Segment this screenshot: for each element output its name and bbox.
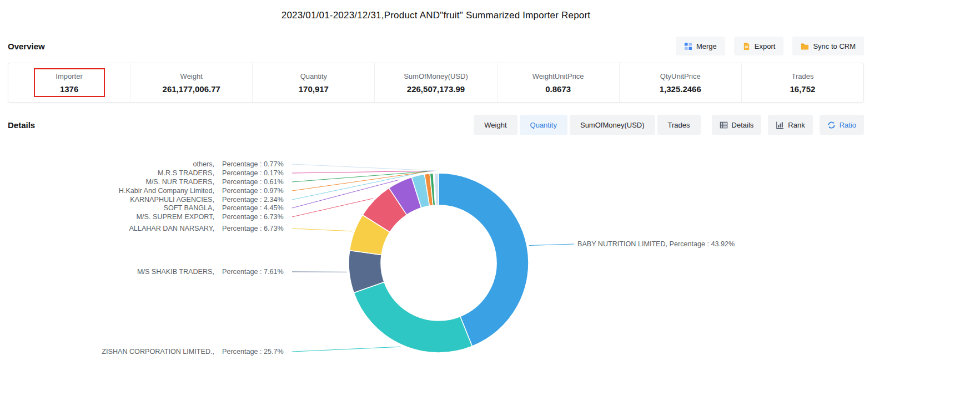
pie-slice-zishan-corporation-limited[interactable]: [354, 282, 472, 353]
action-button-export[interactable]: Export: [734, 37, 784, 55]
stat-qtyunitprice: QtyUnitPrice1,325.2466: [619, 63, 741, 102]
slice-label-name-allahar-dan-narsary: ALLAHAR DAN NARSARY,: [129, 225, 214, 232]
action-button-label: Sync to CRM: [813, 42, 856, 50]
label-line-baby-nutrition-limited: [529, 244, 574, 246]
action-button-merge[interactable]: Merge: [676, 37, 725, 55]
overview-heading: Overview: [8, 42, 45, 51]
page: 2023/01/01-2023/12/31,Product AND"fruit"…: [8, 0, 864, 410]
overview-section-header: Overview MergeExportSync to CRM: [8, 37, 864, 55]
view-tab-label: Rank: [788, 121, 805, 129]
view-tab-rank[interactable]: Rank: [768, 115, 812, 135]
stat-label: Quantity: [300, 72, 327, 80]
slice-label-pct-m-s-nur-traders: Percentage : 0.61%: [222, 178, 284, 186]
stat-trades: Trades16,752: [741, 63, 863, 102]
action-button-label: Merge: [696, 42, 717, 50]
label-line-others: [292, 164, 436, 171]
details-section-header: Details WeightQuantitySumOfMoney(USD)Tra…: [8, 115, 864, 135]
label-line-allahar-dan-narsary: [292, 229, 352, 231]
importer-ratio-chart: BABY NUTRITION LIMITED, Percentage : 43.…: [8, 153, 864, 410]
metric-tab-quantity[interactable]: Quantity: [520, 115, 567, 135]
slice-label-name-m-s-suprem-export: M/S. SUPREM EXPORT,: [137, 213, 214, 221]
sync-folder-icon: [801, 42, 809, 50]
merge-grid-icon: [684, 42, 692, 50]
slice-label-name-zishan-corporation-limited: ZISHAN CORPORATION LIMITED.,: [102, 348, 214, 356]
stat-weightunitprice: WeightUnitPrice0.8673: [497, 63, 619, 102]
view-tab-label: Details: [732, 121, 754, 129]
details-table-icon: [720, 121, 728, 129]
stat-label: SumOfMoney(USD): [404, 72, 468, 80]
metric-tab-sumofmoney-usd[interactable]: SumOfMoney(USD): [570, 115, 655, 135]
metric-tab-trades[interactable]: Trades: [657, 115, 701, 135]
stat-label: Trades: [791, 72, 813, 80]
details-tab-groups: WeightQuantitySumOfMoney(USD)Trades Deta…: [474, 115, 864, 135]
stat-sumofmoney-usd: SumOfMoney(USD)226,507,173.99: [374, 63, 496, 102]
slice-label-pct-soft-bangla: Percentage : 4.45%: [222, 204, 284, 212]
action-button-label: Export: [755, 42, 776, 50]
view-tabs: DetailsRankRatio: [712, 115, 864, 135]
label-line-m-s-suprem-export: [292, 199, 373, 217]
stat-value: 1,325.2466: [660, 84, 701, 94]
slice-label-baby-nutrition-limited: BABY NUTRITION LIMITED, Percentage : 43.…: [577, 240, 735, 248]
stat-value: 1376: [60, 84, 78, 94]
view-tab-details[interactable]: Details: [712, 115, 762, 135]
slice-label-pct-zishan-corporation-limited: Percentage : 25.7%: [222, 348, 284, 356]
slice-label-name-h-kabir-and-company-limited: H.Kabir And Company Limited,: [119, 187, 214, 195]
slice-label-name-karnaphuli-agencies: KARNAPHULI AGENCIES,: [130, 196, 214, 204]
stat-importer: Importer1376: [8, 63, 130, 102]
stat-value: 170,917: [299, 84, 329, 94]
view-tab-ratio[interactable]: Ratio: [820, 115, 864, 135]
export-doc-icon: [742, 42, 751, 50]
details-heading: Details: [8, 120, 35, 130]
slice-label-name-soft-bangla: SOFT BANGLA,: [164, 204, 214, 212]
stat-value: 0.8673: [545, 84, 571, 94]
stat-weight: Weight261,177,006.77: [130, 63, 252, 102]
slice-label-name-m-s-shakib-traders: M/S SHAKIB TRADERS,: [137, 268, 214, 276]
slice-label-name-m-s-nur-traders: M/S. NUR TRADERS,: [145, 178, 214, 186]
slice-label-pct-m-s-suprem-export: Percentage : 6.73%: [222, 213, 284, 221]
slice-label-pct-h-kabir-and-company-limited: Percentage : 0.97%: [222, 187, 284, 195]
slice-label-pct-m-r-s-traders: Percentage : 0.17%: [222, 169, 284, 177]
ratio-refresh-icon: [827, 121, 836, 129]
donut-chart-svg: BABY NUTRITION LIMITED, Percentage : 43.…: [8, 153, 864, 408]
stat-value: 261,177,006.77: [163, 84, 220, 94]
metric-tab-weight[interactable]: Weight: [474, 115, 517, 135]
stat-label: QtyUnitPrice: [660, 72, 701, 80]
stats-bar: Importer1376Weight261,177,006.77Quantity…: [8, 63, 864, 103]
stat-label: WeightUnitPrice: [532, 72, 584, 80]
action-button-sync-to-crm[interactable]: Sync to CRM: [792, 37, 864, 55]
slice-label-pct-others: Percentage : 0.77%: [222, 160, 284, 168]
overview-actions: MergeExportSync to CRM: [676, 37, 864, 55]
report-title: 2023/01/01-2023/12/31,Product AND"fruit"…: [8, 0, 864, 21]
stat-value: 16,752: [790, 84, 815, 94]
slice-label-pct-karnaphuli-agencies: Percentage : 2.34%: [222, 196, 284, 204]
slice-label-name-m-r-s-traders: M.R.S TRADERS,: [158, 169, 214, 177]
stat-value: 226,507,173.99: [407, 84, 465, 94]
slice-label-name-others: others,: [193, 160, 214, 168]
rank-chart-icon: [776, 121, 784, 129]
stat-label: Weight: [180, 72, 203, 80]
view-tab-label: Ratio: [840, 121, 856, 129]
slice-label-pct-allahar-dan-narsary: Percentage : 6.73%: [222, 225, 284, 232]
slice-label-pct-m-s-shakib-traders: Percentage : 7.61%: [222, 268, 284, 276]
stat-quantity: Quantity170,917: [252, 63, 374, 102]
stat-label: Importer: [56, 72, 82, 80]
label-line-zishan-corporation-limited: [292, 347, 401, 352]
metric-tabs: WeightQuantitySumOfMoney(USD)Trades: [474, 115, 700, 135]
